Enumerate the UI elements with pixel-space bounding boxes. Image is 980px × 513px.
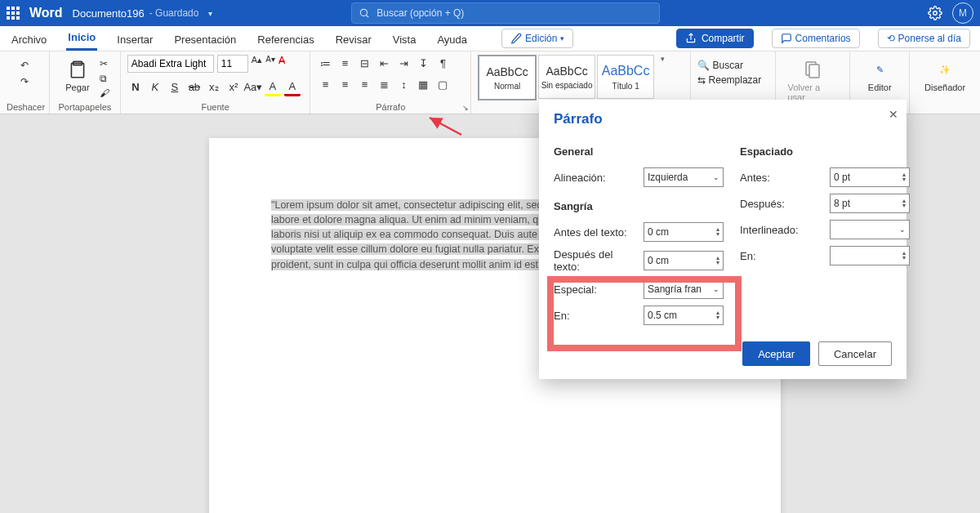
line-at-input[interactable]: ▴▾ bbox=[830, 246, 910, 265]
borders-button[interactable]: ▢ bbox=[434, 76, 451, 92]
section-spacing: Espaciado bbox=[740, 145, 910, 158]
shading-button[interactable]: ▦ bbox=[415, 76, 431, 92]
dialog-title: Párrafo bbox=[539, 100, 906, 134]
copy-button[interactable]: ⧉ bbox=[100, 73, 109, 84]
after-text-label: Después del texto: bbox=[554, 248, 635, 273]
undo-button[interactable]: ↶ bbox=[20, 60, 29, 71]
user-avatar[interactable]: M bbox=[952, 2, 973, 24]
paragraph-dialog: ✕ Párrafo General Alineación: Izquierda⌄… bbox=[539, 100, 906, 379]
font-color-button[interactable]: A bbox=[284, 78, 301, 96]
strikethrough-button[interactable]: ab bbox=[186, 79, 203, 96]
underline-button[interactable]: S bbox=[167, 79, 183, 96]
editor-button[interactable]: ✎ Editor bbox=[857, 55, 902, 96]
space-after-label: Después: bbox=[740, 198, 822, 210]
redo-button[interactable]: ↷ bbox=[20, 76, 29, 87]
multilevel-button[interactable]: ⊟ bbox=[356, 55, 372, 71]
align-center-button[interactable]: ≡ bbox=[336, 76, 353, 92]
replace-button[interactable]: ⇆Reemplazar bbox=[697, 74, 762, 86]
style-no-spacing[interactable]: AaBbCcSin espaciado bbox=[538, 55, 595, 99]
after-text-input[interactable]: 0 cm▴▾ bbox=[644, 251, 724, 270]
comments-label: Comentarios bbox=[795, 33, 851, 44]
svg-rect-5 bbox=[809, 65, 819, 78]
italic-button[interactable]: K bbox=[147, 79, 163, 96]
settings-icon[interactable] bbox=[928, 6, 942, 20]
show-marks-button[interactable]: ¶ bbox=[434, 55, 451, 71]
group-label-paragraph: Párrafo bbox=[317, 102, 464, 114]
tab-insertar[interactable]: Insertar bbox=[115, 29, 154, 51]
align-right-button[interactable]: ≡ bbox=[356, 76, 372, 92]
cancel-button[interactable]: Cancelar bbox=[818, 341, 892, 366]
share-button[interactable]: Compartir bbox=[676, 29, 754, 48]
decrease-indent-button[interactable]: ⇤ bbox=[376, 55, 392, 71]
chevron-down-icon[interactable]: ▾ bbox=[208, 9, 212, 18]
tab-archivo[interactable]: Archivo bbox=[10, 29, 48, 51]
line-at-label: En: bbox=[740, 250, 822, 262]
subscript-button[interactable]: x₂ bbox=[206, 79, 222, 96]
style-heading1[interactable]: AaBbCcTítulo 1 bbox=[597, 55, 654, 99]
chevron-down-icon: ⌄ bbox=[713, 173, 719, 181]
increase-indent-button[interactable]: ⇥ bbox=[395, 55, 412, 71]
style-normal[interactable]: AaBbCcNormal bbox=[478, 55, 537, 100]
cut-button[interactable]: ✂ bbox=[100, 58, 109, 69]
group-label-undo: Deshacer bbox=[7, 102, 42, 114]
paste-label: Pegar bbox=[65, 83, 89, 92]
tab-ayuda[interactable]: Ayuda bbox=[435, 29, 469, 51]
font-name-input[interactable] bbox=[127, 55, 214, 73]
sort-button[interactable]: ↧ bbox=[415, 55, 431, 71]
comments-button[interactable]: Comentarios bbox=[772, 29, 860, 48]
designer-button[interactable]: ✨ Diseñador bbox=[916, 55, 973, 96]
close-button[interactable]: ✕ bbox=[889, 108, 898, 121]
catch-up-label: Ponerse al día bbox=[898, 33, 961, 44]
before-text-input[interactable]: 0 cm▴▾ bbox=[644, 222, 724, 242]
search-box[interactable]: Buscar (opción + Q) bbox=[351, 2, 660, 24]
alignment-select[interactable]: Izquierda⌄ bbox=[644, 167, 724, 187]
format-painter-button[interactable]: 🖌 bbox=[100, 87, 109, 99]
before-text-label: Antes del texto: bbox=[554, 226, 635, 239]
tab-revisar[interactable]: Revisar bbox=[334, 29, 373, 51]
tab-presentacion[interactable]: Presentación bbox=[172, 29, 238, 51]
comment-icon bbox=[781, 33, 792, 44]
bold-button[interactable]: N bbox=[127, 79, 144, 96]
line-spacing-select[interactable]: ⌄ bbox=[830, 220, 910, 239]
svg-point-0 bbox=[361, 9, 368, 16]
shrink-font-button[interactable]: A▾ bbox=[265, 55, 275, 73]
title-bar: Word Documento196 - Guardado ▾ Buscar (o… bbox=[0, 0, 980, 26]
ok-button[interactable]: Aceptar bbox=[742, 341, 810, 366]
save-status: - Guardado bbox=[149, 7, 199, 19]
line-spacing-label: Interlineado: bbox=[740, 224, 822, 236]
special-select[interactable]: Sangría francesa⌄ bbox=[644, 279, 724, 299]
document-name[interactable]: Documento196 bbox=[73, 7, 145, 20]
replace-icon: ⇆ bbox=[697, 74, 706, 86]
svg-line-6 bbox=[430, 118, 461, 135]
bullets-button[interactable]: ≔ bbox=[317, 55, 333, 71]
avatar-initial: M bbox=[959, 7, 967, 19]
clear-format-button[interactable]: A̶ bbox=[278, 55, 285, 73]
superscript-button[interactable]: x² bbox=[225, 79, 242, 96]
paste-button[interactable]: Pegar bbox=[60, 55, 94, 96]
font-size-input[interactable] bbox=[217, 55, 248, 73]
line-spacing-button[interactable]: ↕ bbox=[395, 76, 412, 92]
grow-font-button[interactable]: A▴ bbox=[252, 55, 262, 73]
catch-up-button[interactable]: ⟲ Ponerse al día bbox=[878, 29, 970, 48]
styles-more-button[interactable]: ▾ bbox=[661, 55, 665, 63]
change-case-button[interactable]: Aa▾ bbox=[245, 79, 261, 96]
highlight-button[interactable]: A bbox=[265, 78, 281, 96]
paragraph-dialog-launcher[interactable]: ↘ bbox=[462, 104, 469, 112]
tab-vista[interactable]: Vista bbox=[391, 29, 418, 51]
annotation-arrow bbox=[425, 114, 466, 139]
app-launcher-icon[interactable] bbox=[7, 7, 20, 20]
justify-button[interactable]: ≣ bbox=[376, 76, 392, 92]
space-before-input[interactable]: 0 pt▴▾ bbox=[830, 167, 910, 187]
find-button[interactable]: 🔍Buscar bbox=[697, 60, 743, 71]
search-placeholder: Buscar (opción + Q) bbox=[376, 7, 464, 19]
tab-referencias[interactable]: Referencias bbox=[256, 29, 315, 51]
by-input[interactable]: 0.5 cm▴▾ bbox=[644, 306, 724, 325]
group-label-font: Fuente bbox=[127, 102, 304, 114]
tab-inicio[interactable]: Inicio bbox=[66, 26, 97, 51]
align-left-button[interactable]: ≡ bbox=[317, 76, 333, 92]
chevron-down-icon: ⌄ bbox=[899, 225, 906, 234]
editing-mode-button[interactable]: Edición ▾ bbox=[501, 29, 573, 48]
numbering-button[interactable]: ≡ bbox=[336, 55, 353, 71]
space-after-input[interactable]: 8 pt▴▾ bbox=[830, 194, 910, 213]
by-label: En: bbox=[554, 310, 635, 322]
